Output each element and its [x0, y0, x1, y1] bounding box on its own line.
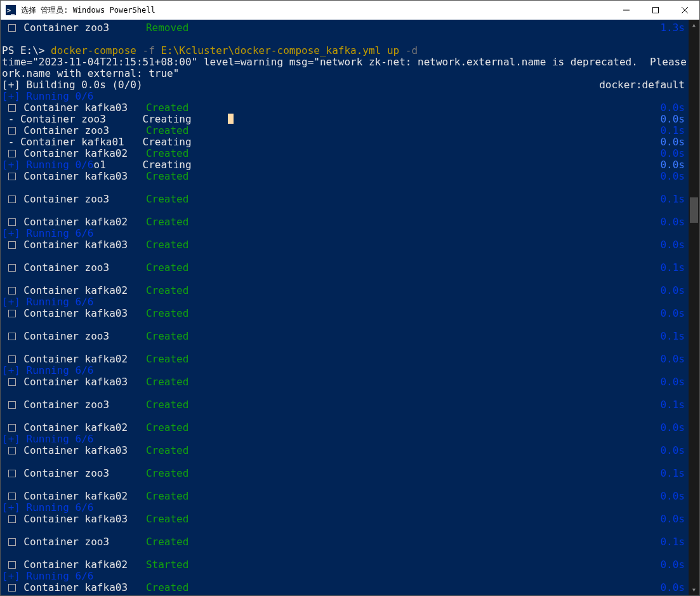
warning-line: time="2023-11-04T21:15:51+08:00" level=w… — [2, 56, 687, 68]
blank-line — [2, 251, 687, 262]
running-line: [+] Running 6/6 — [2, 228, 687, 239]
checkbox-icon — [8, 150, 16, 157]
checkbox-icon — [8, 424, 16, 432]
titlebar[interactable]: >_ 选择 管理员: Windows PowerShell — [1, 1, 699, 20]
container-line: Container zoo3 Created0.1s — [2, 468, 687, 479]
checkbox-icon — [8, 561, 16, 569]
blank-line — [2, 388, 687, 399]
container-line: [+] Running 0/6o1 Creating0.0s — [2, 159, 687, 171]
close-button[interactable] — [670, 1, 699, 20]
blank-line — [2, 479, 687, 491]
checkbox-icon — [8, 355, 16, 363]
container-line: Container kafka02 Created0.0s — [2, 354, 687, 365]
container-line: Container kafka02 Started0.0s — [2, 559, 687, 571]
blank-line — [2, 525, 687, 536]
checkbox-icon — [8, 127, 16, 135]
window-controls — [612, 1, 699, 20]
blank-line — [2, 274, 687, 285]
blank-line — [2, 319, 687, 331]
terminal-wrap: Container zoo3 Removed1.3sPS E:\> docker… — [1, 20, 699, 595]
checkbox-icon — [8, 218, 16, 226]
container-line: Container kafka03 Created0.0s — [2, 171, 687, 182]
text-cursor — [228, 114, 234, 124]
scroll-thumb[interactable] — [690, 197, 698, 223]
checkbox-icon — [8, 447, 16, 454]
window-title: 选择 管理员: Windows PowerShell — [20, 5, 612, 16]
checkbox-icon — [8, 470, 16, 477]
powershell-icon: >_ — [6, 5, 16, 15]
container-line: Container zoo3 Created0.1s — [2, 331, 687, 342]
container-line: Container kafka02 Created0.0s — [2, 491, 687, 502]
checkbox-icon — [8, 378, 16, 386]
svg-rect-1 — [653, 8, 659, 13]
checkbox-icon — [8, 333, 16, 340]
checkbox-icon — [8, 493, 16, 500]
checkbox-icon — [8, 584, 16, 592]
container-line: Container kafka02 Created0.0s — [2, 148, 687, 159]
blank-line — [2, 548, 687, 559]
running-line: [+] Running 6/6 — [2, 365, 687, 376]
running-line: [+] Running 6/6 — [2, 502, 687, 513]
maximize-button[interactable] — [641, 1, 670, 20]
scroll-up-icon[interactable]: ▲ — [689, 20, 699, 30]
scrollbar[interactable]: ▲ ▼ — [689, 20, 699, 595]
checkbox-icon — [8, 241, 16, 249]
running-line: [+] Running 6/6 — [2, 296, 687, 308]
checkbox-icon — [8, 104, 16, 112]
checkbox-icon — [8, 24, 16, 32]
checkbox-icon — [8, 310, 16, 317]
blank-line — [2, 182, 687, 194]
container-line: Container kafka03 Created0.0s — [2, 513, 687, 525]
output-line: Container zoo3 Removed1.3s — [2, 22, 687, 34]
container-line: Container kafka03 Created0.0s — [2, 102, 687, 114]
checkbox-icon — [8, 515, 16, 523]
minimize-button[interactable] — [612, 1, 641, 20]
container-line: Container kafka03 Created0.0s — [2, 445, 687, 456]
blank-line — [2, 205, 687, 216]
blank-line — [2, 342, 687, 354]
checkbox-icon — [8, 173, 16, 180]
container-line: Container kafka02 Created0.0s — [2, 216, 687, 228]
container-line: - Container zoo3 Creating 0.0s — [2, 114, 687, 125]
container-line: Container zoo3 Created0.1s — [2, 262, 687, 274]
building-line: [+] Building 0.0s (0/0)docker:default — [2, 79, 687, 91]
container-line: Container zoo3 Created0.1s — [2, 125, 687, 136]
blank-line — [2, 456, 687, 468]
scroll-down-icon[interactable]: ▼ — [689, 585, 699, 595]
checkbox-icon — [8, 538, 16, 546]
container-line: Container zoo3 Created0.1s — [2, 399, 687, 411]
prompt-line: PS E:\> docker-compose -f E:\Kcluster\do… — [2, 45, 687, 56]
blank-line — [2, 411, 687, 422]
checkbox-icon — [8, 195, 16, 203]
checkbox-icon — [8, 287, 16, 295]
container-line: Container kafka03 Created0.0s — [2, 239, 687, 251]
warning-line: ork.name with external: true" — [2, 68, 687, 79]
running-line: [+] Running 0/6 — [2, 91, 687, 102]
blank-line — [2, 34, 687, 45]
container-line: Container zoo3 Created0.1s — [2, 194, 687, 205]
checkbox-icon — [8, 401, 16, 409]
container-line: Container kafka03 Created0.0s — [2, 308, 687, 319]
checkbox-icon — [8, 264, 16, 272]
container-line: Container kafka02 Created0.0s — [2, 285, 687, 296]
container-line: - Container kafka01 Creating0.0s — [2, 136, 687, 148]
container-line: Container kafka03 Created0.0s — [2, 582, 687, 593]
running-line: [+] Running 6/6 — [2, 571, 687, 582]
running-line: [+] Running 6/6 — [2, 434, 687, 445]
terminal[interactable]: Container zoo3 Removed1.3sPS E:\> docker… — [1, 20, 689, 595]
container-line: Container zoo3 Created0.1s — [2, 536, 687, 548]
container-line: Container kafka03 Created0.0s — [2, 376, 687, 388]
container-line: Container kafka02 Created0.0s — [2, 422, 687, 434]
powershell-window: >_ 选择 管理员: Windows PowerShell Container … — [0, 0, 700, 596]
